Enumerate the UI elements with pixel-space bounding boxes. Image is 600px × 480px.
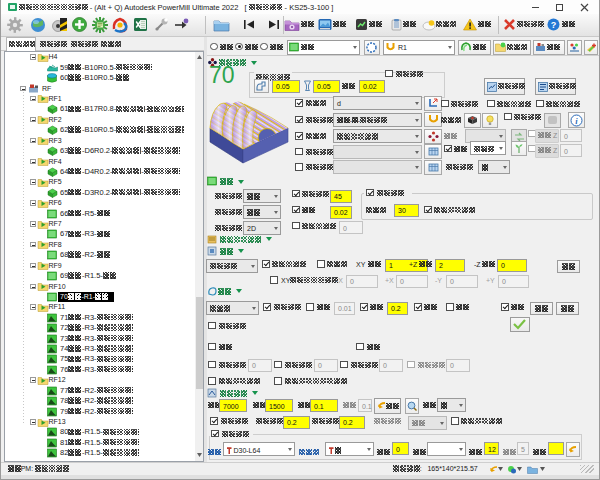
svg-text:?: ? (551, 20, 557, 30)
